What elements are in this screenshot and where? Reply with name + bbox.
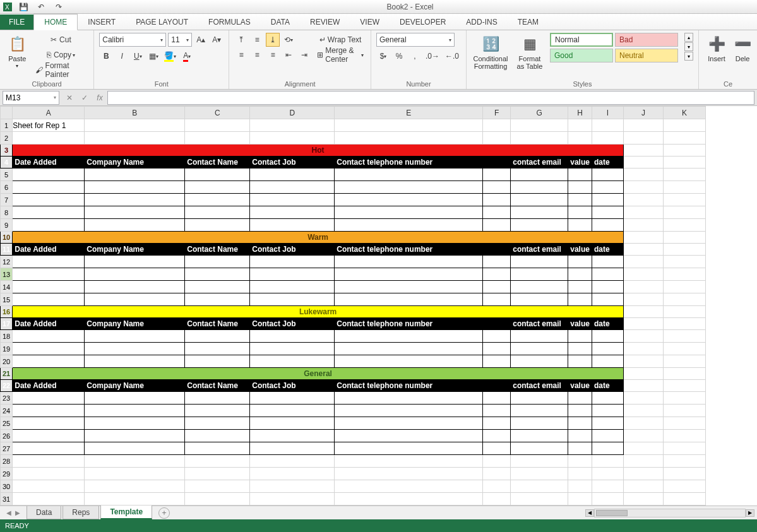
number-format-value: General: [379, 35, 407, 44]
conditional-formatting-icon: 🔢: [481, 35, 500, 54]
paste-icon: 📋: [8, 35, 27, 54]
conditional-formatting-label: Conditional Formatting: [473, 55, 508, 70]
align-top-button[interactable]: ⤒: [234, 33, 248, 47]
style-bad[interactable]: Bad: [615, 33, 678, 47]
increase-indent-button[interactable]: ⇥: [297, 48, 311, 62]
group-label-number: Number: [376, 80, 461, 88]
group-font: Calibri▾ 11▾ A▴ A▾ B I U▾ ▦▾ 🪣▾ A▾ Font: [94, 30, 229, 89]
group-clipboard: 📋 Paste ▾ ✂ Cut ⎘ Copy▾ 🖌 Format Painter…: [0, 30, 94, 89]
group-label-clipboard: Clipboard: [5, 80, 88, 88]
group-label-font: Font: [99, 80, 224, 88]
align-left-button[interactable]: ≡: [234, 48, 248, 62]
group-label-cells: Ce: [704, 80, 752, 88]
align-center-button[interactable]: ≡: [250, 48, 264, 62]
more-icon[interactable]: ▾: [684, 52, 693, 61]
fill-color-button[interactable]: 🪣▾: [162, 49, 178, 63]
group-alignment: ⤒ ≡ ⤓ ⟲▾ ≡ ≡ ≡ ⇤ ⇥ ↵ Wrap Text ⊞ Merge &…: [229, 30, 371, 89]
fx-button[interactable]: fx: [92, 91, 107, 105]
paste-button[interactable]: 📋 Paste ▾: [5, 33, 30, 71]
tab-data[interactable]: DATA: [261, 15, 300, 30]
excel-icon: X: [3, 2, 13, 12]
table-icon: ▦: [520, 35, 539, 54]
save-button[interactable]: 💾: [16, 2, 30, 12]
delete-label: Dele: [736, 55, 750, 62]
formula-input[interactable]: [107, 91, 754, 105]
name-box-value: M13: [6, 93, 20, 102]
percent-format-button[interactable]: %: [392, 49, 406, 63]
formula-bar: M13▾ ✕ ✓ fx: [0, 90, 757, 106]
accounting-format-button[interactable]: $▾: [376, 49, 390, 63]
borders-button[interactable]: ▦▾: [146, 49, 160, 63]
increase-font-button[interactable]: A▴: [194, 33, 208, 47]
undo-button[interactable]: ↶: [34, 2, 48, 12]
style-neutral[interactable]: Neutral: [615, 49, 678, 62]
tab-add-ins[interactable]: ADD-INS: [456, 15, 507, 30]
number-format-combo[interactable]: General▾: [376, 33, 455, 47]
decrease-indent-button[interactable]: ⇤: [282, 48, 295, 62]
copy-button[interactable]: ⎘ Copy▾: [33, 48, 89, 62]
svg-text:X: X: [5, 4, 9, 11]
scroll-up-icon[interactable]: ▴: [684, 33, 693, 42]
tab-home[interactable]: HOME: [33, 14, 78, 30]
font-name-value: Calibri: [102, 35, 124, 44]
wrap-text-button[interactable]: ↵ Wrap Text: [315, 33, 366, 47]
font-color-button[interactable]: A▾: [180, 49, 194, 63]
increase-decimal-button[interactable]: .0→: [424, 49, 441, 63]
group-cells: ➕ Insert ➖ Dele Ce: [699, 30, 757, 89]
group-label-styles: Styles: [472, 80, 693, 88]
insert-label: Insert: [708, 55, 725, 62]
delete-icon: ➖: [733, 35, 752, 54]
tab-formulas[interactable]: FORMULAS: [198, 15, 261, 30]
scroll-down-icon[interactable]: ▾: [684, 42, 693, 51]
tab-file[interactable]: FILE: [0, 15, 33, 30]
style-normal[interactable]: Normal: [550, 33, 613, 47]
cut-button[interactable]: ✂ Cut: [33, 33, 89, 47]
tab-team[interactable]: TEAM: [508, 15, 549, 30]
underline-button[interactable]: U▾: [131, 49, 145, 63]
redo-button[interactable]: ↷: [52, 2, 66, 12]
chevron-down-icon: ▾: [54, 95, 56, 100]
font-size-combo[interactable]: 11▾: [168, 33, 192, 47]
italic-button[interactable]: I: [115, 49, 129, 63]
align-middle-button[interactable]: ≡: [250, 33, 264, 47]
group-styles: 🔢 Conditional Formatting ▦ Format as Tab…: [467, 30, 699, 89]
font-name-combo[interactable]: Calibri▾: [99, 33, 166, 47]
font-size-value: 11: [171, 35, 179, 44]
group-label-alignment: Alignment: [234, 80, 366, 88]
name-box[interactable]: M13▾: [3, 91, 59, 105]
decrease-decimal-button[interactable]: ←.0: [443, 49, 461, 63]
merge-center-button[interactable]: ⊞ Merge & Center▾: [315, 48, 366, 62]
format-as-table-button[interactable]: ▦ Format as Table: [513, 33, 546, 72]
orientation-button[interactable]: ⟲▾: [282, 33, 295, 47]
chevron-down-icon: ▾: [449, 37, 451, 43]
cancel-formula-button[interactable]: ✕: [62, 91, 77, 105]
insert-cells-button[interactable]: ➕ Insert: [704, 33, 729, 64]
tab-developer[interactable]: DEVELOPER: [390, 15, 456, 30]
ribbon-tabs: FILE HOMEINSERTPAGE LAYOUTFORMULASDATARE…: [0, 14, 757, 30]
chevron-down-icon: ▾: [160, 37, 163, 43]
align-right-button[interactable]: ≡: [266, 48, 280, 62]
tab-view[interactable]: VIEW: [350, 15, 390, 30]
conditional-formatting-button[interactable]: 🔢 Conditional Formatting: [472, 33, 510, 72]
ribbon: 📋 Paste ▾ ✂ Cut ⎘ Copy▾ 🖌 Format Painter…: [0, 30, 757, 90]
window-title: Book2 - Excel: [66, 3, 754, 11]
style-scroll: ▴ ▾ ▾: [684, 33, 693, 61]
paste-label: Paste: [8, 55, 26, 62]
format-as-table-label: Format as Table: [515, 55, 545, 70]
style-good[interactable]: Good: [550, 49, 613, 62]
decrease-font-button[interactable]: A▾: [210, 33, 224, 47]
bold-button[interactable]: B: [99, 49, 113, 63]
merge-label: Merge & Center: [325, 46, 360, 64]
quick-access-toolbar: X 💾 ↶ ↷: [3, 2, 66, 12]
align-bottom-button[interactable]: ⤓: [266, 33, 280, 47]
tab-review[interactable]: REVIEW: [300, 15, 350, 30]
delete-cells-button[interactable]: ➖ Dele: [733, 33, 752, 64]
format-painter-button[interactable]: 🖌 Format Painter: [33, 63, 89, 77]
comma-format-button[interactable]: ,: [408, 49, 422, 63]
tab-page-layout[interactable]: PAGE LAYOUT: [126, 15, 198, 30]
tab-insert[interactable]: INSERT: [78, 15, 126, 30]
title-bar: X 💾 ↶ ↷ Book2 - Excel: [0, 0, 757, 14]
copy-label: Copy: [54, 50, 71, 59]
enter-formula-button[interactable]: ✓: [77, 91, 92, 105]
cell-styles-gallery: Normal Bad Good Neutral: [550, 33, 678, 62]
